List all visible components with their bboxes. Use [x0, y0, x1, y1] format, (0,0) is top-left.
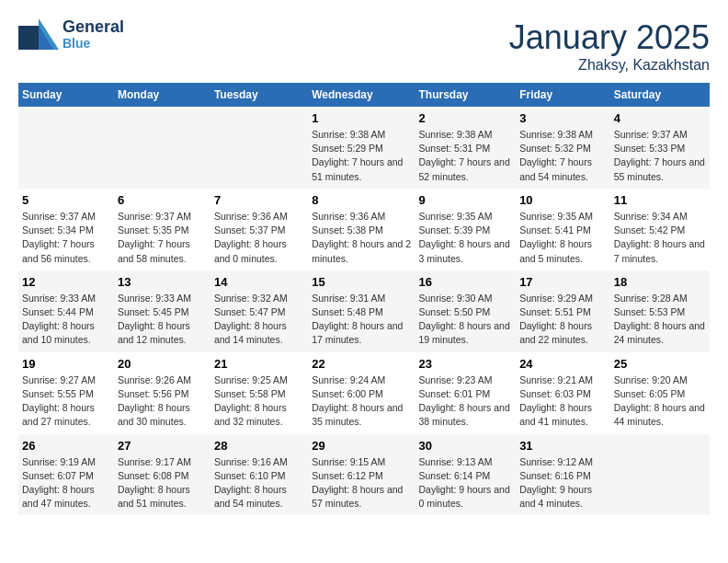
day-number: 3: [519, 111, 607, 125]
day-info: Sunrise: 9:36 AM Sunset: 5:38 PM Dayligh…: [312, 210, 411, 266]
day-info: Sunrise: 9:15 AM Sunset: 6:12 PM Dayligh…: [312, 455, 411, 511]
calendar-cell: 16Sunrise: 9:30 AM Sunset: 5:50 PM Dayli…: [415, 270, 517, 352]
day-number: 16: [419, 275, 513, 289]
calendar-cell: 13Sunrise: 9:33 AM Sunset: 5:45 PM Dayli…: [114, 270, 210, 352]
day-number: 4: [614, 111, 706, 125]
calendar-cell: 22Sunrise: 9:24 AM Sunset: 6:00 PM Dayli…: [308, 352, 415, 434]
logo-blue: Blue: [63, 37, 124, 50]
weekday-header-monday: Monday: [114, 83, 210, 107]
day-number: 12: [22, 275, 110, 289]
calendar-table: SundayMondayTuesdayWednesdayThursdayFrid…: [18, 83, 710, 515]
day-info: Sunrise: 9:37 AM Sunset: 5:35 PM Dayligh…: [118, 210, 207, 266]
day-number: 27: [118, 439, 207, 453]
calendar-cell: 5Sunrise: 9:37 AM Sunset: 5:34 PM Daylig…: [18, 189, 114, 270]
calendar-cell: 2Sunrise: 9:38 AM Sunset: 5:31 PM Daylig…: [415, 107, 517, 189]
weekday-header-thursday: Thursday: [415, 83, 517, 107]
calendar-cell: 17Sunrise: 9:29 AM Sunset: 5:51 PM Dayli…: [516, 270, 610, 352]
day-number: 20: [118, 357, 207, 371]
calendar-cell: 11Sunrise: 9:34 AM Sunset: 5:42 PM Dayli…: [610, 189, 710, 270]
day-info: Sunrise: 9:37 AM Sunset: 5:33 PM Dayligh…: [614, 128, 706, 184]
calendar-cell: 28Sunrise: 9:16 AM Sunset: 6:10 PM Dayli…: [210, 434, 308, 516]
day-info: Sunrise: 9:19 AM Sunset: 6:07 PM Dayligh…: [22, 455, 110, 511]
calendar-cell: 18Sunrise: 9:28 AM Sunset: 5:53 PM Dayli…: [610, 270, 710, 352]
weekday-header-saturday: Saturday: [610, 83, 710, 107]
day-number: 7: [214, 193, 304, 207]
day-info: Sunrise: 9:38 AM Sunset: 5:31 PM Dayligh…: [419, 128, 513, 184]
calendar-cell: 31Sunrise: 9:12 AM Sunset: 6:16 PM Dayli…: [516, 434, 610, 516]
day-info: Sunrise: 9:23 AM Sunset: 6:01 PM Dayligh…: [419, 373, 513, 430]
day-number: 2: [419, 111, 513, 125]
calendar-cell: 8Sunrise: 9:36 AM Sunset: 5:38 PM Daylig…: [308, 189, 415, 270]
calendar-cell: 7Sunrise: 9:36 AM Sunset: 5:37 PM Daylig…: [210, 189, 308, 270]
day-info: Sunrise: 9:16 AM Sunset: 6:10 PM Dayligh…: [214, 455, 304, 511]
day-number: 15: [312, 275, 411, 289]
day-info: Sunrise: 9:33 AM Sunset: 5:44 PM Dayligh…: [22, 292, 110, 348]
calendar-cell: 26Sunrise: 9:19 AM Sunset: 6:07 PM Dayli…: [18, 434, 114, 516]
calendar-cell: 10Sunrise: 9:35 AM Sunset: 5:41 PM Dayli…: [516, 189, 610, 270]
day-number: 19: [22, 357, 110, 371]
weekday-header-tuesday: Tuesday: [210, 83, 308, 107]
day-info: Sunrise: 9:12 AM Sunset: 6:16 PM Dayligh…: [519, 455, 607, 511]
day-number: 1: [312, 111, 411, 125]
day-info: Sunrise: 9:27 AM Sunset: 5:55 PM Dayligh…: [22, 373, 110, 430]
day-info: Sunrise: 9:30 AM Sunset: 5:50 PM Dayligh…: [419, 292, 513, 348]
calendar-cell: 30Sunrise: 9:13 AM Sunset: 6:14 PM Dayli…: [415, 434, 517, 516]
day-number: 28: [214, 439, 304, 453]
day-number: 30: [419, 439, 513, 453]
day-number: 11: [614, 193, 706, 207]
day-info: Sunrise: 9:29 AM Sunset: 5:51 PM Dayligh…: [519, 292, 607, 348]
day-info: Sunrise: 9:21 AM Sunset: 6:03 PM Dayligh…: [519, 373, 607, 430]
page-header: General Blue January 2025 Zhaksy, Kazakh…: [18, 18, 710, 74]
calendar-cell: [18, 107, 114, 189]
day-info: Sunrise: 9:31 AM Sunset: 5:48 PM Dayligh…: [312, 292, 411, 348]
weekday-header-friday: Friday: [516, 83, 610, 107]
day-info: Sunrise: 9:25 AM Sunset: 5:58 PM Dayligh…: [214, 373, 304, 430]
day-number: 9: [419, 193, 513, 207]
calendar-cell: [114, 107, 210, 189]
day-number: 14: [214, 275, 304, 289]
calendar-cell: 12Sunrise: 9:33 AM Sunset: 5:44 PM Dayli…: [18, 270, 114, 352]
logo-general: General: [63, 18, 124, 37]
day-number: 24: [519, 357, 607, 371]
day-info: Sunrise: 9:13 AM Sunset: 6:14 PM Dayligh…: [419, 455, 513, 511]
day-info: Sunrise: 9:35 AM Sunset: 5:41 PM Dayligh…: [519, 210, 607, 266]
calendar-cell: 25Sunrise: 9:20 AM Sunset: 6:05 PM Dayli…: [610, 352, 710, 434]
calendar-cell: 9Sunrise: 9:35 AM Sunset: 5:39 PM Daylig…: [415, 189, 517, 270]
day-number: 5: [22, 193, 110, 207]
calendar-cell: 1Sunrise: 9:38 AM Sunset: 5:29 PM Daylig…: [308, 107, 415, 189]
svg-rect-0: [18, 26, 39, 50]
day-info: Sunrise: 9:35 AM Sunset: 5:39 PM Dayligh…: [419, 210, 513, 266]
day-info: Sunrise: 9:17 AM Sunset: 6:08 PM Dayligh…: [118, 455, 207, 511]
logo-icon: [18, 18, 59, 50]
weekday-header-sunday: Sunday: [18, 83, 114, 107]
calendar-cell: 3Sunrise: 9:38 AM Sunset: 5:32 PM Daylig…: [516, 107, 610, 189]
day-info: Sunrise: 9:36 AM Sunset: 5:37 PM Dayligh…: [214, 210, 304, 266]
day-number: 25: [614, 357, 706, 371]
calendar-cell: 19Sunrise: 9:27 AM Sunset: 5:55 PM Dayli…: [18, 352, 114, 434]
day-info: Sunrise: 9:26 AM Sunset: 5:56 PM Dayligh…: [118, 373, 207, 430]
calendar-cell: 4Sunrise: 9:37 AM Sunset: 5:33 PM Daylig…: [610, 107, 710, 189]
day-number: 31: [519, 439, 607, 453]
day-info: Sunrise: 9:34 AM Sunset: 5:42 PM Dayligh…: [614, 210, 706, 266]
weekday-header-wednesday: Wednesday: [308, 83, 415, 107]
day-info: Sunrise: 9:24 AM Sunset: 6:00 PM Dayligh…: [312, 373, 411, 430]
day-number: 13: [118, 275, 207, 289]
day-info: Sunrise: 9:38 AM Sunset: 5:32 PM Dayligh…: [519, 128, 607, 184]
day-info: Sunrise: 9:32 AM Sunset: 5:47 PM Dayligh…: [214, 292, 304, 348]
calendar-cell: 24Sunrise: 9:21 AM Sunset: 6:03 PM Dayli…: [516, 352, 610, 434]
day-number: 26: [22, 439, 110, 453]
page-subtitle: Zhaksy, Kazakhstan: [509, 57, 710, 74]
day-info: Sunrise: 9:33 AM Sunset: 5:45 PM Dayligh…: [118, 292, 207, 348]
calendar-cell: 6Sunrise: 9:37 AM Sunset: 5:35 PM Daylig…: [114, 189, 210, 270]
day-number: 8: [312, 193, 411, 207]
day-number: 21: [214, 357, 304, 371]
day-number: 10: [519, 193, 607, 207]
day-info: Sunrise: 9:20 AM Sunset: 6:05 PM Dayligh…: [614, 373, 706, 430]
calendar-cell: [610, 434, 710, 516]
title-block: January 2025 Zhaksy, Kazakhstan: [509, 18, 710, 74]
page-title: January 2025: [509, 18, 710, 57]
calendar-cell: 20Sunrise: 9:26 AM Sunset: 5:56 PM Dayli…: [114, 352, 210, 434]
logo: General Blue: [18, 18, 124, 50]
day-number: 23: [419, 357, 513, 371]
day-info: Sunrise: 9:28 AM Sunset: 5:53 PM Dayligh…: [614, 292, 706, 348]
